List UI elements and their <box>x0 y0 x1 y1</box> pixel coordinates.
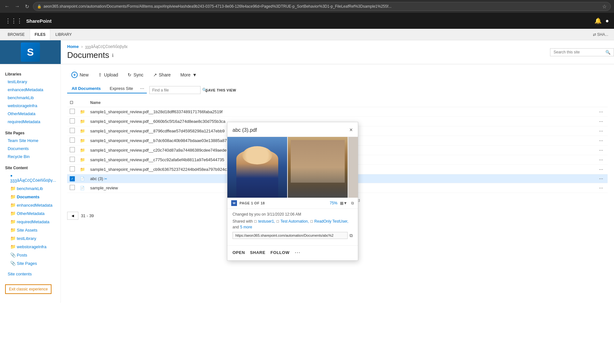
follow-button[interactable]: FOLLOW <box>271 250 289 255</box>
chevron-down-icon: ▼ <box>193 72 197 77</box>
row-checkbox[interactable] <box>70 185 75 190</box>
sidebar-item-documents[interactable]: Documents <box>0 145 60 153</box>
row-checkbox[interactable] <box>70 138 75 143</box>
row-checkbox-checked[interactable]: ✓ <box>70 176 75 181</box>
search-input[interactable] <box>554 50 603 54</box>
sidebar-content-webstorage[interactable]: 📁 webstoragelnfra <box>0 242 60 251</box>
sidebar-content-posts[interactable]: 📎 Posts <box>0 251 60 259</box>
row-menu-icon[interactable]: ⋯ <box>597 176 605 182</box>
sidebar-content-siteassets[interactable]: 📁 Site Assets <box>0 226 60 234</box>
share-button[interactable]: ↗ Share <box>149 70 175 80</box>
sidebar-item-enhancedmetadata[interactable]: enhancedMetadata <box>0 86 60 94</box>
more-button[interactable]: More ▼ <box>176 70 201 80</box>
row-checkbox[interactable] <box>70 109 75 114</box>
popup-url-field[interactable]: https://aeon365.sharepoint.com/automatio… <box>232 232 348 239</box>
breadcrumb-sub: ვვვãÃąCćÇĊòèñĭůóβγδε <box>85 44 128 49</box>
sidebar-content-testlibrary[interactable]: 📁 testLibrary <box>0 234 60 242</box>
sidebar-item-othermetadata[interactable]: OtherMetadata <box>0 110 60 118</box>
upload-button[interactable]: ⇧ Upload <box>94 70 122 80</box>
table-row[interactable]: 📁 sample1_sharepoint_review.pdf__1b28d18… <box>67 107 608 117</box>
sidebar-item-testlibrary[interactable]: testLibrary <box>0 78 60 86</box>
info-icon[interactable]: ℹ <box>112 53 114 58</box>
sidebar-item-benchmarklib[interactable]: benchmarkLib <box>0 94 60 102</box>
file-preview-panel: abc (3).pdf × <box>227 122 358 261</box>
sidebar-content-benchmarklib[interactable]: 📁 benchmarkLib <box>0 184 60 193</box>
page-title-text: Documents <box>67 50 109 60</box>
sync-icon: ↻ <box>128 72 131 77</box>
prev-page-button[interactable]: ◄ <box>67 212 78 220</box>
shared-more-link[interactable]: 5 more <box>240 225 252 229</box>
col-modified[interactable] <box>594 99 608 107</box>
exit-classic-button[interactable]: Exit classic experience <box>5 284 51 294</box>
popup-close-button[interactable]: × <box>349 127 353 133</box>
sp-logo-box: S <box>21 43 40 62</box>
site-header-bar: S Home › ვვვãÃąCćÇĊòèñĭůóβγδε Documents … <box>0 40 614 64</box>
row-checkbox[interactable] <box>70 128 75 133</box>
row-checkbox[interactable] <box>70 166 75 171</box>
header-main: Home › ვვვãÃąCćÇĊòèñĭůóβγδε Documents ℹ <box>61 40 550 64</box>
user-menu-icon[interactable]: ● <box>605 18 609 24</box>
fullscreen-icon[interactable]: ⧉ <box>351 201 354 205</box>
sidebar-item-team-site-home[interactable]: Team Site Home <box>0 137 60 145</box>
open-button[interactable]: OPEN <box>232 250 245 255</box>
new-button[interactable]: + New <box>67 69 93 80</box>
row-checkbox[interactable] <box>70 147 75 152</box>
sync-button[interactable]: ↻ Sync <box>123 70 147 80</box>
sidebar-content-site[interactable]: ● ვვვãÃąCćÇĊòèñĭůóβγ... <box>0 171 60 184</box>
tab-express-site[interactable]: Express Site <box>105 84 138 93</box>
tab-browse[interactable]: BROWSE <box>3 29 29 40</box>
row-menu-icon[interactable]: ⋯ <box>597 118 605 124</box>
sidebar-content-enhancedmetadata[interactable]: 📁 enhancedMetadata <box>0 201 60 209</box>
sp-logo-letter: S <box>27 46 34 58</box>
select-all-checkbox[interactable]: ☐ <box>70 100 73 105</box>
sidebar-site-contents[interactable]: Site contents <box>0 270 60 278</box>
ribbon-share-btn[interactable]: ⇄ SHA... <box>590 31 611 38</box>
pdf-icon: 📄 <box>80 186 85 190</box>
file-name[interactable]: sample1_sharepoint_review.pdf__1b28d18df… <box>88 107 594 117</box>
sidebar-item-webstorage[interactable]: webstoragelnfra <box>0 102 60 110</box>
header-search-box[interactable]: 🔍 <box>550 48 614 56</box>
save-view-button[interactable]: SAVE THIS VIEW <box>206 88 236 92</box>
shared-user-2[interactable]: Test Automation, <box>280 219 309 224</box>
sidebar-content-requiredmetadata[interactable]: 📁 requiredMetadata <box>0 218 60 226</box>
waffle-icon[interactable]: ⋮⋮⋮ <box>5 17 22 24</box>
sidebar-item-recycle-bin[interactable]: Recycle Bin <box>0 153 60 161</box>
forward-button[interactable]: → <box>13 2 21 11</box>
notification-bell-icon[interactable]: 🔔 <box>594 17 602 24</box>
sidebar-content-sitepages[interactable]: 📎 Site Pages <box>0 259 60 267</box>
popup-more-icon[interactable]: ⋯ <box>295 249 300 256</box>
tab-more-icon[interactable]: ⋯ <box>138 84 147 93</box>
find-file-input[interactable] <box>152 88 200 92</box>
breadcrumb-home-link[interactable]: Home <box>67 44 79 49</box>
row-checkbox[interactable] <box>70 157 75 162</box>
address-bar[interactable]: 🔒 aeon365.sharepoint.com/automation/Docu… <box>33 2 611 11</box>
row-checkbox[interactable] <box>70 118 75 123</box>
preview-partial <box>348 137 358 198</box>
bookmark-star-icon[interactable]: ☆ <box>602 4 607 10</box>
tab-files[interactable]: FILES <box>30 29 50 40</box>
row-menu-icon[interactable]: ⋯ <box>597 147 605 153</box>
share-action-button[interactable]: SHARE <box>250 250 265 255</box>
sidebar-item-requiredmetadata[interactable]: requiredMetadata <box>0 118 60 126</box>
row-menu-icon[interactable]: ⋯ <box>597 185 605 191</box>
row-menu-icon[interactable]: ⋯ <box>597 109 605 115</box>
copy-url-icon[interactable]: ⧉ <box>350 233 353 238</box>
file-search-box[interactable]: 🔍 <box>149 86 201 94</box>
row-menu-icon[interactable]: ⋯ <box>597 128 605 134</box>
shared-user-3[interactable]: ReadOnly TestUser, <box>314 219 349 224</box>
upload-label: Upload <box>104 72 118 77</box>
col-select-all[interactable]: ☐ <box>67 99 77 107</box>
row-menu-icon[interactable]: ⋯ <box>597 166 605 172</box>
row-menu-icon[interactable]: ⋯ <box>597 157 605 163</box>
shared-user-1[interactable]: testuser1, <box>258 219 275 224</box>
tab-library[interactable]: LIBRARY <box>51 29 76 40</box>
col-name[interactable]: Name <box>88 99 594 107</box>
back-button[interactable]: ← <box>3 2 11 11</box>
view-mode-icon[interactable]: ▦▼ <box>340 201 347 205</box>
sidebar-content-othermetadata[interactable]: 📁 OtherMetadata <box>0 209 60 218</box>
more-label: More <box>180 72 191 77</box>
sidebar-content-documents[interactable]: 📁 Documents <box>0 193 60 201</box>
row-menu-icon[interactable]: ⋯ <box>597 138 605 144</box>
tab-all-documents[interactable]: All Documents <box>67 84 105 93</box>
refresh-button[interactable]: ↻ <box>24 2 30 11</box>
